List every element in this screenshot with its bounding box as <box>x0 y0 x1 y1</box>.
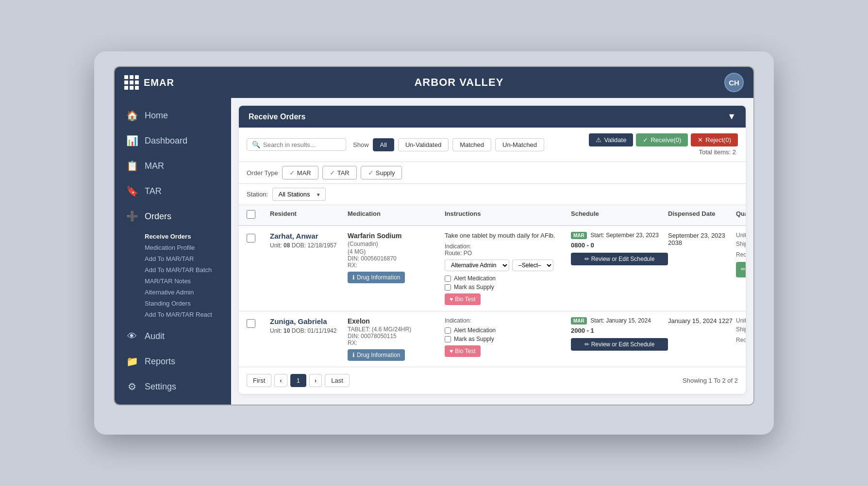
prev-page-button[interactable]: ‹ <box>274 374 287 387</box>
sidebar-item-orders[interactable]: ➕ Orders <box>115 204 231 229</box>
row1-checkbox-cell <box>247 232 270 244</box>
content-inner: Receive Orders ▼ 🔍 Show All Un-Validated <box>231 98 753 402</box>
last-page-button[interactable]: Last <box>325 374 350 387</box>
th-schedule: Schedule <box>571 210 668 220</box>
row1-dispensed-date-text: September 23, 2023 2038 <box>668 232 736 246</box>
row1-bio-test-button[interactable]: ♥ Bio Test <box>445 293 481 305</box>
search-input[interactable] <box>263 141 341 148</box>
row2-checkbox[interactable] <box>247 319 255 328</box>
type-mar[interactable]: ✓ MAR <box>282 166 318 179</box>
row2-dispensed-date-text: January 15, 2024 1227 <box>668 317 736 324</box>
filter-matched[interactable]: Matched <box>452 138 491 151</box>
first-page-button[interactable]: First <box>247 374 271 387</box>
row1-review-schedule-button[interactable]: ✏ Review or Edit Schedule <box>571 253 668 265</box>
sidebar-item-tar[interactable]: 🔖 TAR <box>115 178 231 204</box>
supply-check-icon: ✓ <box>368 169 374 177</box>
row1-mark-supply-label: Mark as Supply <box>454 284 494 291</box>
heart-icon-2: ♥ <box>450 348 453 355</box>
row1-indication: Indication: Route: PO <box>445 243 571 257</box>
station-select[interactable]: All Stations <box>272 188 326 201</box>
row2-bio-test-button[interactable]: ♥ Bio Test <box>445 345 481 357</box>
page-1-button[interactable]: 1 <box>290 374 306 387</box>
row2-resident-name: Zuniga, Gabriela <box>270 317 348 325</box>
row1-unit-row: Unit: <box>736 232 746 239</box>
sidebar-item-settings[interactable]: ⚙ Settings <box>115 374 231 399</box>
row2-mark-supply-label: Mark as Supply <box>454 336 494 342</box>
row1-checkbox[interactable] <box>247 234 255 243</box>
row1-instructions-text: Take one tablet by mouth daily for AFib. <box>445 232 571 239</box>
reject-button[interactable]: ✕ Reject(0) <box>691 133 738 146</box>
sidebar-label-home: Home <box>145 111 168 121</box>
subnav-add-mar-tar-react[interactable]: Add To MAR/TAR React <box>145 309 231 320</box>
facility-name: ARBOR VALLEY <box>194 76 724 89</box>
sidebar: 🏠 Home 📊 Dashboard 📋 MAR 🔖 TAR ➕ O <box>115 98 231 405</box>
row2-med-dose: TABLET: (4.6 MG/24HR) <box>348 326 445 333</box>
user-avatar[interactable]: CH <box>724 73 744 92</box>
row1-new-order-button[interactable]: ✏ New Order – Confirmed <box>736 262 746 277</box>
row2-received-label: Received: <box>736 337 746 343</box>
th-medication: Medication <box>348 210 445 220</box>
row1-alt-admin-select[interactable]: Alternative Admin <box>445 259 509 271</box>
station-bar: Station: All Stations <box>239 184 746 205</box>
receive-button[interactable]: ✓ Receive(0) <box>636 133 688 146</box>
search-icon: 🔍 <box>252 141 260 148</box>
sidebar-item-home[interactable]: 🏠 Home <box>115 103 231 128</box>
th-resident: Resident <box>270 210 348 220</box>
row2-schedule-time: 2000 - 1 <box>571 327 668 334</box>
show-label: Show <box>353 141 369 148</box>
row2-shipped-row: Shipped: 30 <box>736 326 746 333</box>
subnav-alt-admin[interactable]: Alternative Admin <box>145 287 231 298</box>
orders-subnav: Receive Orders Medication Profile Add To… <box>115 229 231 324</box>
row2-shipped-label: Shipped: <box>736 326 746 333</box>
sidebar-label-mar: MAR <box>145 161 164 171</box>
row2-mark-supply-checkbox[interactable] <box>445 336 451 342</box>
type-supply[interactable]: ✓ Supply <box>361 166 402 179</box>
row1-resident: Zarhat, Anwar Unit: 08 DOB: 12/18/1957 <box>270 232 348 249</box>
row1-alert-med-checkbox[interactable] <box>445 275 451 282</box>
row1-dispensed-date: September 23, 2023 2038 <box>668 232 736 246</box>
row2-alert-med-checkbox[interactable] <box>445 327 451 334</box>
row2-review-schedule-button[interactable]: ✏ Review or Edit Schedule <box>571 338 668 351</box>
row1-alert-med-row: Alert Medication <box>445 275 571 282</box>
card-collapse-icon[interactable]: ▼ <box>727 112 736 122</box>
subnav-mar-tar-notes[interactable]: MAR/TAR Notes <box>145 275 231 287</box>
row1-med-rx: RX: <box>348 262 445 269</box>
showing-label: Showing 1 To 2 of 2 <box>683 377 738 384</box>
row1-drug-info-button[interactable]: ℹ Drug Information <box>348 272 405 283</box>
search-toolbar: 🔍 Show All Un-Validated Matched Un-Match… <box>239 128 746 162</box>
row2-drug-info-button[interactable]: ℹ Drug Information <box>348 349 405 361</box>
type-tar[interactable]: ✓ TAR <box>322 166 357 179</box>
row2-mark-supply-row: Mark as Supply <box>445 336 571 342</box>
filter-unvalidated[interactable]: Un-Validated <box>398 138 449 151</box>
sidebar-item-audit[interactable]: 👁 Audit <box>115 324 231 349</box>
th-checkbox <box>247 210 270 220</box>
row1-alt-admin-select2[interactable]: –Select– <box>512 259 553 271</box>
select-all-checkbox[interactable] <box>247 210 255 219</box>
sidebar-label-dashboard: Dashboard <box>145 136 187 146</box>
dashboard-icon: 📊 <box>126 135 138 146</box>
row1-shipped-label: Shipped: <box>736 241 746 247</box>
subnav-add-mar-tar[interactable]: Add To MAR/TAR <box>145 253 231 264</box>
th-instructions: Instructions <box>445 210 571 220</box>
subnav-add-mar-tar-batch[interactable]: Add To MAR/TAR Batch <box>145 264 231 275</box>
info-icon-2: ℹ <box>352 352 355 358</box>
subnav-medication-profile[interactable]: Medication Profile <box>145 242 231 253</box>
grid-icon <box>124 75 139 90</box>
row1-mark-supply-checkbox[interactable] <box>445 284 451 291</box>
order-type-toolbar: Order Type ✓ MAR ✓ TAR ✓ Supp <box>239 162 746 184</box>
sidebar-item-dashboard[interactable]: 📊 Dashboard <box>115 128 231 153</box>
subnav-receive-orders[interactable]: Receive Orders <box>145 231 231 242</box>
sidebar-item-reports[interactable]: 📁 Reports <box>115 349 231 374</box>
validate-button[interactable]: ⚠ Validate <box>589 133 633 146</box>
filter-all[interactable]: All <box>373 138 394 151</box>
filter-unmatched[interactable]: Un-Matched <box>495 138 544 151</box>
settings-icon: ⚙ <box>126 381 138 392</box>
row2-schedule-info: MAR Start: January 15, 2024 <box>571 317 668 324</box>
sidebar-item-mar[interactable]: 📋 MAR <box>115 153 231 178</box>
next-page-button[interactable]: › <box>309 374 322 387</box>
station-wrapper: Station: All Stations <box>247 188 326 201</box>
app-name: EMAR <box>144 77 174 88</box>
subnav-standing-orders[interactable]: Standing Orders <box>145 298 231 309</box>
row1-med-din: DIN: 00056016870 <box>348 255 445 262</box>
row1-alert-med-label: Alert Medication <box>454 275 496 282</box>
